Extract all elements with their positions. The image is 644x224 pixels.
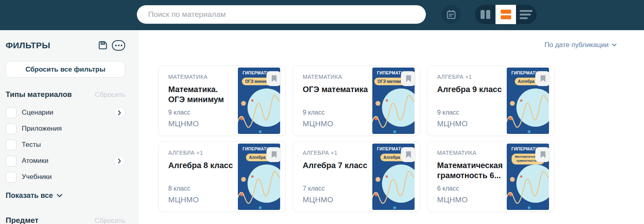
card-info: АЛГЕБРА +1 Алгебра 9 класс 9 класс МЦНМО: [427, 66, 508, 136]
chevron-down-icon: [612, 43, 617, 47]
material-card[interactable]: МАТЕМАТИКА Математическая грамотность 6.…: [427, 142, 555, 212]
bookmark-icon: [405, 75, 412, 82]
filters-title: ФИЛЬТРЫ: [6, 41, 50, 50]
view-toggle-list[interactable]: [516, 5, 537, 24]
search-input[interactable]: [137, 5, 426, 24]
filter-item[interactable]: Атомики: [6, 153, 125, 169]
card-info: МАТЕМАТИКА Математическая грамотность 6.…: [427, 142, 508, 212]
sort-dropdown[interactable]: По дате публикации: [545, 41, 617, 49]
bookmark-icon: [540, 151, 546, 158]
cards-grid: МАТЕМАТИКА Математика. ОГЭ минимум 9 кла…: [158, 66, 555, 212]
subject-reset[interactable]: Сбросить: [95, 217, 125, 224]
show-all-label: Показать все: [6, 191, 53, 200]
chevron-down-icon: [57, 194, 62, 197]
card-publisher: МЦНМО: [168, 119, 235, 128]
card-category: АЛГЕБРА +1: [303, 150, 369, 156]
filter-item-label: Атомики: [22, 157, 48, 165]
card-category: МАТЕМАТИКА: [437, 150, 504, 156]
rows-view-icon: [501, 10, 511, 19]
reset-all-filters-button[interactable]: Сбросить все фильтры: [6, 61, 125, 78]
card-grade: 6 класс: [437, 185, 504, 192]
checkbox[interactable]: [6, 140, 17, 150]
view-toggle-columns[interactable]: [475, 5, 495, 24]
filter-item[interactable]: Учебники: [6, 169, 125, 185]
checkbox[interactable]: [6, 156, 17, 166]
bookmark-button[interactable]: [401, 147, 416, 162]
bookmark-icon: [540, 75, 546, 82]
card-info: МАТЕМАТИКА Математика. ОГЭ минимум 9 кла…: [159, 66, 239, 136]
checkbox[interactable]: [6, 172, 17, 183]
card-title: Математика. ОГЭ минимум: [168, 84, 235, 105]
columns-view-icon: [481, 10, 490, 19]
calendar-button[interactable]: [442, 5, 461, 24]
card-category: МАТЕМАТИКА: [303, 74, 369, 80]
filters-sidebar: ФИЛЬТРЫ: [0, 30, 139, 224]
save-filters-button[interactable]: [97, 40, 108, 51]
card-title: Алгебра 7 класс: [303, 160, 369, 171]
floppy-disk-icon: [97, 40, 108, 51]
filter-item-label: Сценарии: [22, 109, 54, 117]
subject-title: Предмет: [6, 216, 39, 224]
catalog-area: По дате публикации МАТЕМАТИКА Математика…: [139, 30, 644, 224]
bookmark-icon: [405, 151, 412, 158]
card-info: МАТЕМАТИКА ОГЭ математика 9 класс МЦНМО: [293, 66, 373, 136]
bookmark-icon: [271, 151, 277, 158]
filter-item[interactable]: Приложения: [6, 121, 125, 137]
view-mode-toggle: [475, 5, 537, 24]
card-info: АЛГЕБРА +1 Алгебра 7 класс 7 класс МЦНМО: [293, 142, 373, 212]
bookmark-button[interactable]: [266, 71, 281, 86]
card-publisher: МЦНМО: [303, 195, 369, 204]
material-types-list: Сценарии Приложения Тесты Атомики: [6, 105, 125, 185]
card-grade: 9 класс: [303, 109, 369, 116]
card-publisher: МЦНМО: [437, 119, 504, 128]
card-info: АЛГЕБРА +1 Алгебра 8 класс 8 класс МЦНМО: [159, 142, 239, 212]
card-grade: 9 класс: [437, 109, 504, 116]
card-title: ОГЭ математика: [303, 84, 369, 95]
bookmark-button[interactable]: [401, 71, 416, 86]
material-card[interactable]: АЛГЕБРА +1 Алгебра 9 класс 9 класс МЦНМО…: [427, 66, 555, 136]
material-card[interactable]: АЛГЕБРА +1 Алгебра 8 класс 8 класс МЦНМО…: [158, 142, 286, 212]
card-publisher: МЦНМО: [168, 195, 235, 204]
bookmark-button[interactable]: [535, 147, 550, 162]
show-all-button[interactable]: Показать все: [6, 191, 62, 200]
view-toggle-rows[interactable]: [495, 5, 516, 24]
filter-item[interactable]: Сценарии: [6, 105, 125, 121]
ellipsis-icon: [115, 45, 122, 46]
filter-item-label: Приложения: [22, 125, 62, 133]
card-grade: 9 класс: [168, 109, 235, 116]
bookmark-button[interactable]: [535, 71, 550, 86]
card-title: Алгебра 8 класс: [168, 160, 235, 171]
material-types-title: Типы материалов: [6, 90, 72, 99]
filter-item-label: Учебники: [22, 173, 52, 181]
more-options-button[interactable]: [112, 40, 125, 51]
card-publisher: МЦНМО: [303, 119, 369, 128]
top-bar: [0, 0, 644, 30]
bookmark-icon: [271, 75, 277, 82]
card-category: МАТЕМАТИКА: [168, 74, 235, 80]
material-card[interactable]: МАТЕМАТИКА Математика. ОГЭ минимум 9 кла…: [158, 66, 286, 136]
card-category: АЛГЕБРА +1: [437, 74, 504, 80]
material-card[interactable]: МАТЕМАТИКА ОГЭ математика 9 класс МЦНМО …: [293, 66, 420, 136]
bookmark-button[interactable]: [266, 147, 281, 162]
card-category: АЛГЕБРА +1: [168, 150, 235, 156]
calendar-icon: [446, 9, 456, 20]
material-card[interactable]: АЛГЕБРА +1 Алгебра 7 класс 7 класс МЦНМО…: [293, 142, 420, 212]
chevron-right-icon[interactable]: [114, 107, 125, 118]
card-publisher: МЦНМО: [437, 195, 504, 204]
card-title: Математическая грамотность 6...: [437, 160, 504, 181]
checkbox[interactable]: [6, 123, 17, 134]
material-types-reset[interactable]: Сбросить: [95, 91, 125, 99]
card-grade: 8 класс: [168, 185, 235, 192]
card-title: Алгебра 9 класс: [437, 84, 504, 95]
card-grade: 7 класс: [303, 185, 369, 192]
filter-item[interactable]: Тесты: [6, 137, 125, 153]
checkbox[interactable]: [6, 107, 17, 118]
chevron-right-icon[interactable]: [114, 155, 125, 166]
list-view-icon: [520, 10, 533, 19]
filter-item-label: Тесты: [22, 141, 41, 149]
sort-label: По дате публикации: [545, 41, 609, 49]
